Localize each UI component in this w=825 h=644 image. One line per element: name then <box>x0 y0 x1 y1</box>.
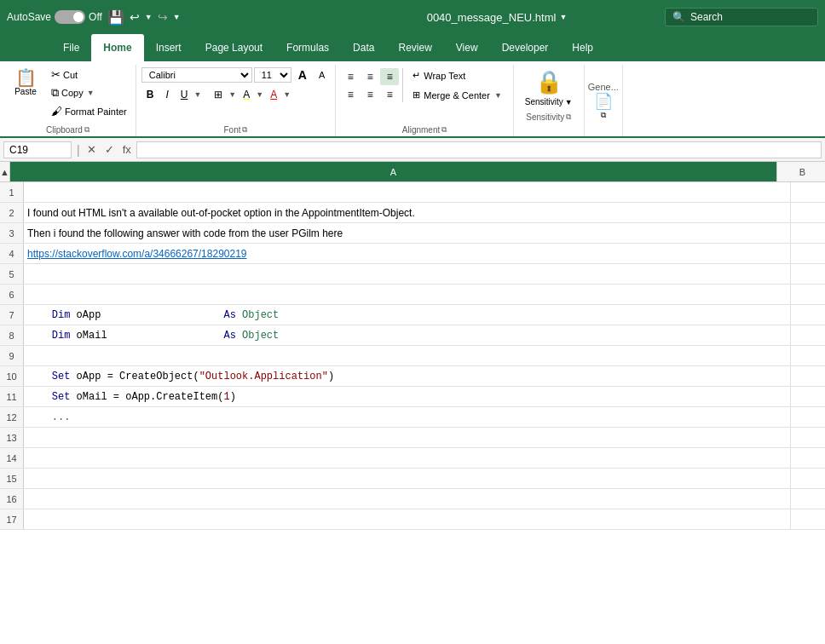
cell-11a[interactable]: Set oMail = oApp.CreateItem(1) <box>24 387 791 406</box>
cancel-icon[interactable]: ✕ <box>85 141 98 158</box>
cell-2a[interactable]: I found out HTML isn't a available out-o… <box>24 203 791 222</box>
border-button[interactable]: ⊞ <box>209 87 228 102</box>
align-top-right-button[interactable]: ≡ <box>380 68 399 85</box>
font-color-dropdown-icon[interactable]: ▼ <box>283 90 291 99</box>
cell-8a[interactable]: Dim oMail As Object <box>24 325 791 345</box>
sensitivity-dropdown-icon[interactable]: ▼ <box>565 98 573 106</box>
italic-button[interactable]: I <box>160 87 173 102</box>
overflow-expand-icon[interactable]: ⧉ <box>601 111 606 120</box>
cell-1b[interactable] <box>791 182 825 202</box>
align-right-button[interactable]: ≡ <box>380 86 399 103</box>
stackoverflow-link[interactable]: https://stackoverflow.com/a/34666267/182… <box>27 248 247 260</box>
cell-15a[interactable] <box>24 469 791 488</box>
row-header-3[interactable]: 3 <box>0 223 24 243</box>
cell-12b[interactable] <box>791 407 825 427</box>
cell-4b[interactable] <box>791 244 825 263</box>
cell-14a[interactable] <box>24 448 791 468</box>
tab-review[interactable]: Review <box>386 34 443 61</box>
file-dropdown-icon[interactable]: ▼ <box>559 13 567 21</box>
underline-dropdown-icon[interactable]: ▼ <box>193 90 201 99</box>
confirm-icon[interactable]: ✓ <box>103 141 116 158</box>
align-top-left-button[interactable]: ≡ <box>341 68 360 85</box>
cell-1a[interactable] <box>24 182 791 202</box>
tab-insert[interactable]: Insert <box>144 34 193 61</box>
tab-page-layout[interactable]: Page Layout <box>193 34 274 61</box>
cell-5a[interactable] <box>24 264 791 284</box>
format-painter-button[interactable]: 🖌 Format Painter <box>48 103 130 119</box>
search-box[interactable]: 🔍 Search <box>665 8 818 26</box>
fill-dropdown-icon[interactable]: ▼ <box>256 90 263 99</box>
tab-formulas[interactable]: Formulas <box>274 34 341 61</box>
align-top-center-button[interactable]: ≡ <box>361 68 379 85</box>
cell-13a[interactable] <box>24 428 791 447</box>
row-header-1[interactable]: 1 <box>0 182 24 202</box>
merge-center-button[interactable]: ⊞ Merge & Center ▼ <box>407 86 508 104</box>
select-all-button[interactable]: ▲ <box>0 162 9 182</box>
border-dropdown-icon[interactable]: ▼ <box>228 90 236 99</box>
cell-7b[interactable] <box>791 305 825 325</box>
save-icon[interactable]: 💾 <box>107 9 124 26</box>
font-shrink-button[interactable]: A <box>314 68 330 82</box>
cell-17b[interactable] <box>791 509 825 529</box>
merge-dropdown-icon[interactable]: ▼ <box>494 91 502 100</box>
cell-10b[interactable] <box>791 366 825 386</box>
cut-button[interactable]: ✂ Cut <box>48 66 130 83</box>
customize-qat-icon[interactable]: ▼ <box>173 13 181 21</box>
font-color-button[interactable]: A <box>265 87 282 102</box>
align-center-button[interactable]: ≡ <box>361 86 379 103</box>
cell-10a[interactable]: Set oApp = CreateObject("Outlook.Applica… <box>24 366 791 386</box>
row-header-2[interactable]: 2 <box>0 203 24 222</box>
row-header-15[interactable]: 15 <box>0 469 24 488</box>
col-header-b[interactable]: B <box>777 162 825 181</box>
row-header-8[interactable]: 8 <box>0 325 24 345</box>
sensitivity-more-btn[interactable]: Sensitivity ▼ <box>523 95 574 108</box>
cell-11b[interactable] <box>791 387 825 406</box>
tab-view[interactable]: View <box>444 34 490 61</box>
tab-help[interactable]: Help <box>560 34 605 61</box>
tab-developer[interactable]: Developer <box>490 34 561 61</box>
font-name-select[interactable]: Calibri <box>141 67 252 83</box>
cell-17a[interactable] <box>24 509 791 529</box>
row-header-10[interactable]: 10 <box>0 366 24 386</box>
cell-4a[interactable]: https://stackoverflow.com/a/34666267/182… <box>24 244 791 263</box>
cell-3b[interactable] <box>791 223 825 243</box>
cell-9b[interactable] <box>791 346 825 365</box>
cell-15b[interactable] <box>791 469 825 488</box>
font-grow-button[interactable]: A <box>293 66 312 83</box>
cell-7a[interactable]: Dim oApp As Object <box>24 305 791 325</box>
sensitivity-button[interactable]: 🔒 Sensitivity ▼ <box>519 66 579 111</box>
autosave-toggle[interactable] <box>55 10 85 24</box>
font-expand-icon[interactable]: ⧉ <box>242 125 247 135</box>
row-header-14[interactable]: 14 <box>0 448 24 468</box>
cell-16b[interactable] <box>791 489 825 509</box>
row-header-4[interactable]: 4 <box>0 244 24 263</box>
row-header-12[interactable]: 12 <box>0 407 24 427</box>
row-header-11[interactable]: 11 <box>0 387 24 406</box>
sensitivity-expand-icon[interactable]: ⧉ <box>566 112 571 122</box>
cell-2b[interactable] <box>791 203 825 222</box>
tab-file[interactable]: File <box>51 34 91 61</box>
bold-button[interactable]: B <box>141 87 159 102</box>
cell-13b[interactable] <box>791 428 825 447</box>
cell-5b[interactable] <box>791 264 825 284</box>
copy-button[interactable]: ⧉ Copy ▼ <box>48 84 130 101</box>
col-header-a[interactable]: A <box>10 162 777 181</box>
font-size-select[interactable]: 11 <box>254 67 291 83</box>
alignment-expand-icon[interactable]: ⧉ <box>441 125 447 135</box>
cell-6a[interactable] <box>24 285 791 304</box>
cell-9a[interactable] <box>24 346 791 365</box>
row-header-7[interactable]: 7 <box>0 305 24 325</box>
row-header-9[interactable]: 9 <box>0 346 24 365</box>
clipboard-expand-icon[interactable]: ⧉ <box>84 125 89 135</box>
undo-dropdown-icon[interactable]: ▼ <box>145 13 153 21</box>
name-box[interactable] <box>3 141 72 158</box>
function-icon[interactable]: fx <box>121 141 133 158</box>
cell-16a[interactable] <box>24 489 791 509</box>
paste-button[interactable]: 📋 Paste <box>5 66 46 99</box>
undo-icon[interactable]: ↩ <box>130 10 140 24</box>
fill-color-button[interactable]: A <box>238 87 255 102</box>
tab-data[interactable]: Data <box>341 34 386 61</box>
redo-icon[interactable]: ↪ <box>158 10 168 24</box>
cell-12a[interactable]: ... <box>24 407 791 427</box>
cell-3a[interactable]: Then i found the following answer with c… <box>24 223 791 243</box>
